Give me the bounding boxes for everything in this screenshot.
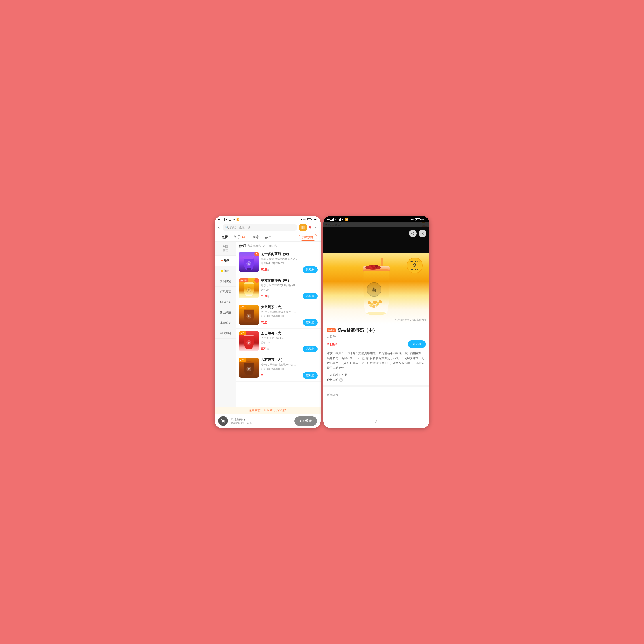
product-stats-4: 月售227 [261, 341, 318, 344]
review-section: 暂无评价 [327, 388, 426, 401]
product-desc-3: 冷/热，经典黑糖奶茶来袭，... [261, 310, 318, 314]
svg-text:新: 新 [248, 315, 250, 318]
product-bottom-2: ¥18起 选规格 [261, 293, 318, 299]
detail-main-ingredient: 主要原料：芒果 [327, 373, 426, 377]
sidebar-item-discount[interactable]: 优惠 [215, 266, 236, 276]
hot-dot [221, 260, 223, 261]
product-price-4: ¥21起 [261, 347, 269, 351]
battery-percent-r: 13% [409, 218, 414, 221]
product-info-5: 古茗奶茶（大） 冷/热，严选茶叶成就一杯古... 月售339 好评率100% ¥… [261, 358, 318, 379]
product-item-1: 新 1 芝士多肉葡萄（大） 冰饮，精选爽脆夏黑葡萄入茶... 月售244 好评率… [236, 249, 321, 276]
sidebar-item-cheese-tea[interactable]: 芝士鲜茶 [215, 307, 236, 318]
svg-text:新: 新 [248, 368, 250, 370]
coupon-icon[interactable] [299, 224, 307, 231]
help-icon: ? [339, 378, 343, 382]
detail-price-explain[interactable]: 价格说明 ? [327, 378, 426, 382]
select-btn-4[interactable]: 选规格 [303, 346, 318, 352]
product-img-4[interactable]: 人气 新 [239, 331, 259, 351]
category-sidebar: 刚刚看过 热销 优惠 季节限定 [215, 242, 236, 407]
more-icon[interactable]: ··· [314, 225, 318, 229]
status-right-r: 13% 1:01 [409, 218, 426, 221]
product-price-2: ¥18起 [261, 294, 269, 298]
svg-text:新: 新 [248, 289, 250, 291]
sidebar-item-recent[interactable]: 刚刚看过 [215, 242, 236, 256]
sidebar-item-flavor-milk[interactable]: 风味奶茶 [215, 297, 236, 307]
select-btn-3[interactable]: 选规格 [303, 319, 318, 326]
svg-point-35 [373, 301, 377, 304]
sidebar-discount-label: 优惠 [224, 269, 229, 273]
product-img-5[interactable]: 人气 新 [239, 358, 259, 378]
tab-merchant[interactable]: 商家 [249, 233, 262, 241]
detail-label-yours: 你的菜 [327, 328, 336, 332]
product-stats-5: 月售339 好评率100% [261, 367, 318, 371]
discount-dot [221, 270, 223, 272]
tab-review[interactable]: 评价 4.8 [231, 233, 249, 241]
product-name-3: 大叔奶茶（大） [261, 305, 318, 309]
product-desc-5: 冷/热，严选茶叶成就一杯古... [261, 363, 318, 367]
hot-subtitle: 大家喜欢吃，才叫真好吃。 [247, 244, 279, 248]
network-4g-r2: 4G [342, 218, 344, 221]
signal-bars-1 [222, 218, 225, 221]
product-img-2[interactable]: 你的菜 [239, 278, 259, 298]
cart-icon[interactable] [218, 416, 228, 426]
detail-product-stats: 月售79 [327, 335, 426, 339]
tab-story[interactable]: 故事 [262, 233, 275, 241]
favorite-icon[interactable]: ♥ [309, 225, 312, 230]
product-stats-1: 月售244 好评率100% [261, 262, 318, 265]
checkout-button[interactable]: ¥20起送 [294, 416, 317, 426]
battery-icon [307, 218, 311, 221]
product-name-2: 杨枝甘露椰奶（中） [261, 278, 318, 283]
back-button[interactable]: ‹ [217, 224, 220, 231]
sidebar-fruit-tea-label: 鲜萃果茶 [220, 290, 231, 293]
dark-preview-area: ‹ 🔍 想吃什么搜一搜 ♥ ··· 点餐 评价 4.8 商家 故事 好友拼单 [323, 222, 429, 253]
signal-bars-r2 [338, 218, 341, 221]
battery-icon-r [415, 218, 420, 221]
search-input-wrap[interactable]: 🔍 想吃什么搜一搜 [223, 224, 297, 231]
status-left-right: HD 4G 4G 📶 [327, 218, 348, 221]
share-button[interactable] [409, 230, 417, 237]
sidebar-item-seasonal[interactable]: 季节限定 [215, 276, 236, 287]
cart-label-text: 未选购商品 [231, 417, 292, 421]
product-name-4: 芝士莓莓（大） [261, 331, 318, 335]
close-button[interactable]: ✕ [419, 230, 426, 237]
search-bar-left: ‹ 🔍 想吃什么搜一搜 ♥ ··· [215, 222, 321, 233]
product-info-2: 杨枝甘露椰奶（中） 冰饮，经典芒芒与印尼椰奶的... 月售79 ¥18起 选规格 [261, 278, 318, 299]
label-popular-4: 人气 [239, 331, 246, 335]
detail-select-button[interactable]: 选规格 [408, 340, 426, 348]
product-desc-4: 苍南芝士热销第4名 [261, 336, 318, 340]
tab-order[interactable]: 点餐 [218, 233, 231, 241]
sidebar-item-hot[interactable]: 热销 [215, 256, 236, 266]
product-bottom-1: ¥19起 选规格 [261, 266, 318, 273]
product-info-1: 芝士多肉葡萄（大） 冰饮，精选爽脆夏黑葡萄入茶... 月售244 好评率100%… [261, 252, 318, 273]
product-info-3: 大叔奶茶（大） 冷/热，经典黑糖奶茶来袭，... 月售303 好评率100% ¥… [261, 305, 318, 326]
friend-order-button[interactable]: 好友拼单 [299, 234, 317, 241]
search-icon: 🔍 [225, 226, 229, 229]
sidebar-item-pure-tea[interactable]: 纯享鲜茶 [215, 318, 236, 328]
time-display: 1:00 [312, 218, 317, 221]
select-btn-5[interactable]: 选规格 [303, 372, 318, 379]
promo-bar: 配送费减3、满24减1、满56减4 [215, 407, 321, 414]
product-img-3[interactable]: 人气 新 [239, 305, 259, 325]
badge-new-2: 2 [254, 278, 259, 283]
product-desc-2: 冰饮，经典芒芒与印尼椰奶的... [261, 284, 318, 287]
checkout-bar: 未选购商品 另需配送费4.5 ¥7.5 ¥20起送 [215, 414, 321, 428]
svg-point-41 [366, 312, 386, 315]
product-price-1: ¥19起 [261, 268, 269, 272]
product-item-4: 人气 新 芝士莓莓（大） 苍南芝士热销第4名 [236, 329, 321, 355]
select-btn-2[interactable]: 选规格 [303, 293, 318, 299]
svg-point-37 [379, 300, 382, 303]
sidebar-item-toppings[interactable]: 美味加料 [215, 328, 236, 339]
product-item-2: 你的菜 [236, 276, 321, 302]
detail-bottom-bar: ∧ [323, 415, 429, 428]
cart-sub-text: 另需配送费4.5 ¥7.5 [231, 421, 292, 425]
product-stats-3: 月售303 好评率100% [261, 314, 318, 318]
sidebar-item-fruit-tea[interactable]: 鲜萃果茶 [215, 287, 236, 297]
svg-point-28 [375, 265, 378, 268]
detail-product-name: 杨枝甘露椰奶（中） [337, 327, 377, 333]
detail-product-desc: 冰饮，经典芒芒与印尼椰奶的灵感碰撞，精选清新茉莉茶底，多汁西柚粒加上脆弹多肉、新… [327, 351, 426, 370]
select-btn-1[interactable]: 选规格 [303, 266, 318, 273]
scroll-up-arrow[interactable]: ∧ [375, 419, 378, 424]
product-img-1[interactable]: 新 1 [239, 252, 259, 272]
svg-point-38 [369, 304, 372, 307]
sidebar-cheese-tea-label: 芝士鲜茶 [220, 311, 231, 314]
